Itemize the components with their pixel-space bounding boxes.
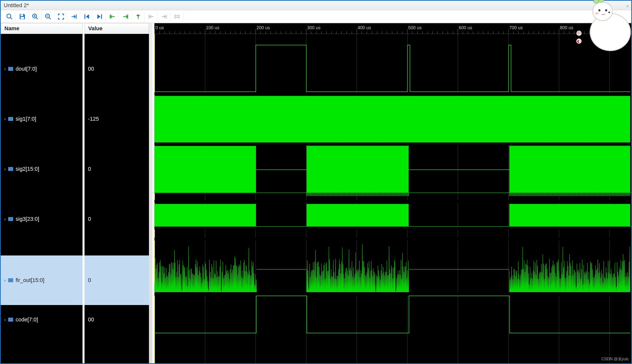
wave-sig3	[154, 204, 631, 227]
signal-name-fir_out[15:0][interactable]: ›fir_out[15:0]	[1, 256, 82, 305]
main-body: Name ›dout[7:0]›sig1[7:0]›sig2[15:0]›sig…	[1, 23, 631, 363]
goto-end-icon[interactable]	[94, 12, 106, 22]
bus-icon	[8, 217, 13, 221]
zoom-out-icon[interactable]	[42, 12, 54, 22]
value-text: 0	[88, 216, 91, 222]
expand-icon[interactable]: ›	[4, 216, 6, 222]
expand-icon[interactable]: ›	[4, 116, 6, 122]
svg-marker-14	[86, 14, 89, 19]
signal-name-sig2[15:0][interactable]: ›sig2[15:0]	[1, 155, 82, 182]
waveform-canvas[interactable]: 0 us100 us200 us300 us400 us500 us600 us…	[154, 23, 631, 363]
name-column-header[interactable]: Name	[1, 23, 82, 34]
toolbar	[1, 10, 631, 23]
signal-value-dout[7:0][interactable]: 00	[84, 55, 149, 82]
svg-line-5	[36, 17, 38, 19]
wave-code	[154, 296, 631, 333]
time-tick: 500 us	[408, 25, 422, 30]
expand-icon[interactable]: ›	[4, 166, 6, 172]
wave-sig2	[154, 146, 631, 193]
svg-point-0	[7, 14, 11, 18]
signal-value-sig3[23:0][interactable]: 0	[84, 206, 149, 233]
wave-dout	[154, 45, 631, 92]
close-icon[interactable]: ×	[626, 3, 629, 10]
next-marker-icon[interactable]	[158, 12, 170, 22]
value-column-header[interactable]: Value	[84, 23, 149, 34]
bus-icon	[8, 117, 13, 121]
theme-badge-icon[interactable]: ◐	[576, 38, 582, 44]
signal-value-fir_out[15:0][interactable]: 0	[84, 256, 149, 305]
value-rows: 00-12500000	[84, 34, 149, 363]
bus-icon	[8, 318, 13, 322]
value-text: -125	[88, 116, 99, 122]
signal-label: sig3[23:0]	[16, 216, 39, 222]
swap-markers-icon[interactable]	[171, 12, 183, 22]
signal-label: fir_out[15:0]	[16, 277, 44, 284]
window-title: Untitled 2*	[4, 2, 29, 9]
svg-rect-13	[84, 14, 85, 19]
expand-icon[interactable]: ›	[4, 66, 6, 72]
bus-icon	[8, 278, 13, 282]
svg-line-9	[49, 17, 50, 19]
signal-name-sig1[7:0][interactable]: ›sig1[7:0]	[1, 105, 82, 132]
time-tick: 200 us	[256, 25, 270, 30]
svg-line-1	[10, 17, 12, 19]
time-tick: 400 us	[358, 25, 371, 30]
signal-value-code[7:0][interactable]: 00	[84, 306, 149, 333]
save-icon[interactable]	[16, 12, 28, 22]
signal-value-sig1[7:0][interactable]: -125	[84, 105, 149, 132]
signal-value-sig2[15:0][interactable]: 0	[84, 155, 149, 182]
bus-icon	[8, 167, 13, 171]
signal-label: code[7:0]	[16, 316, 38, 323]
time-tick: 0 us	[156, 25, 164, 30]
expand-icon[interactable]: ›	[4, 317, 6, 322]
svg-rect-2	[20, 14, 23, 16]
signal-name-dout[7:0][interactable]: ›dout[7:0]	[1, 55, 82, 82]
value-text: 00	[88, 66, 94, 72]
time-tick: 900 us	[610, 25, 624, 30]
zoom-in-icon[interactable]	[29, 12, 42, 22]
time-tick: 600 us	[459, 25, 472, 30]
name-rows: ›dout[7:0]›sig1[7:0]›sig2[15:0]›sig3[23:…	[1, 34, 82, 363]
svg-rect-16	[101, 14, 102, 19]
expand-icon[interactable]: ›	[4, 278, 6, 283]
signal-label: sig2[15:0]	[16, 166, 39, 172]
wave-sig1	[154, 96, 631, 143]
time-tick: 700 us	[509, 25, 523, 30]
time-tick: 800 us	[560, 25, 573, 30]
goto-start-icon[interactable]	[80, 12, 93, 22]
add-marker-icon[interactable]	[132, 12, 144, 22]
value-text: 0	[88, 166, 91, 172]
zoom-fit-icon[interactable]	[55, 12, 67, 22]
signal-label: dout[7:0]	[16, 66, 37, 72]
waveform-window: Untitled 2* × Name ›dout[7:0]›sig1[7:0]›…	[0, 0, 632, 364]
next-transition-icon[interactable]	[119, 12, 132, 22]
signal-name-code[7:0][interactable]: ›code[7:0]	[1, 306, 82, 333]
prev-marker-icon[interactable]	[145, 12, 158, 22]
signal-label: sig1[7:0]	[16, 116, 36, 122]
value-panel: Value 00-12500000	[84, 23, 149, 363]
goto-cursor-icon[interactable]	[68, 12, 80, 22]
splitter[interactable]	[149, 23, 152, 363]
name-panel: Name ›dout[7:0]›sig1[7:0]›sig2[15:0]›sig…	[1, 23, 82, 363]
time-tick: 100 us	[206, 25, 219, 30]
prev-transition-icon[interactable]	[106, 12, 119, 22]
svg-marker-15	[97, 14, 100, 19]
value-text: 00	[88, 316, 94, 323]
signal-name-sig3[23:0][interactable]: ›sig3[23:0]	[1, 206, 82, 233]
wave-fir_out	[154, 242, 631, 292]
titlebar: Untitled 2* ×	[1, 1, 631, 10]
ime-badge[interactable]: 中	[576, 30, 582, 36]
search-icon[interactable]	[3, 12, 16, 22]
svg-rect-3	[20, 17, 24, 19]
watermark: CSDN @吴yuic	[602, 356, 629, 362]
value-text: 0	[88, 277, 91, 284]
bus-icon	[8, 67, 13, 71]
time-axis: 0 us100 us200 us300 us400 us500 us600 us…	[154, 23, 631, 34]
wave-grid	[154, 34, 631, 363]
time-tick: 300 us	[307, 25, 320, 30]
